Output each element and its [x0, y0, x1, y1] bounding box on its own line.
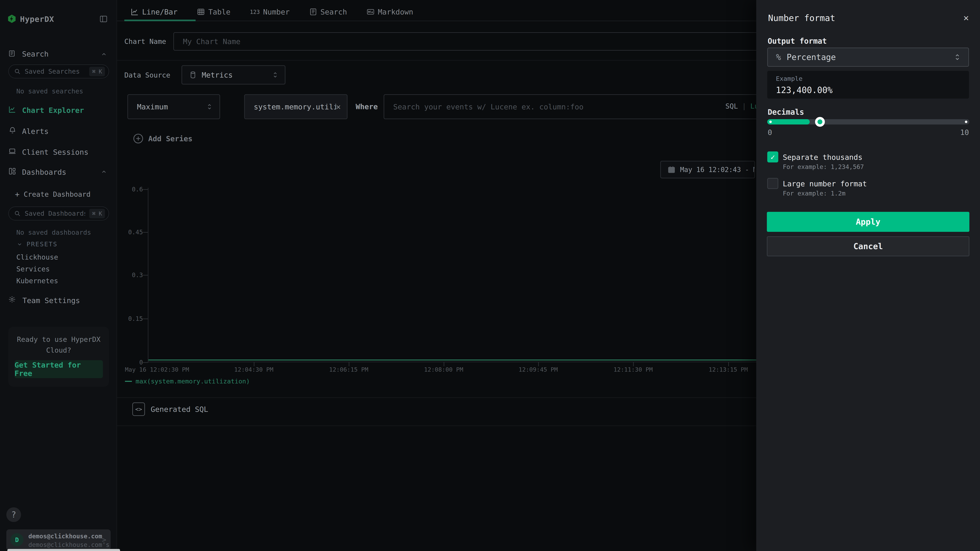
query-language-toggle[interactable]: SQL | Lu [725, 102, 759, 110]
checkbox-unchecked[interactable] [767, 178, 778, 189]
add-series-label: Add Series [148, 135, 192, 143]
caret-updown-icon [955, 52, 960, 62]
line-bar-chart-icon [130, 8, 139, 16]
date-range-picker[interactable]: May 16 12:02:43 - Ma [660, 161, 755, 178]
number-123-icon: 123 [250, 9, 260, 15]
output-format-select[interactable]: % Percentage [767, 48, 969, 67]
x-tick-label: 12:08:00 PM [413, 366, 474, 373]
tab-table[interactable]: Table [197, 8, 230, 16]
chevron-up-icon[interactable] [101, 169, 107, 175]
chevron-right-icon: > [102, 535, 107, 544]
tab-number[interactable]: 123 Number [250, 8, 290, 16]
saved-dashboards-input[interactable] [24, 210, 86, 218]
sidebar-item-chart-explorer[interactable]: Chart Explorer [22, 106, 84, 114]
search-list-icon [309, 8, 317, 16]
saved-searches-input[interactable] [24, 67, 86, 76]
generated-sql-label: Generated SQL [151, 405, 208, 413]
legend-line-swatch [125, 381, 132, 382]
apply-button[interactable]: Apply [767, 212, 969, 232]
create-dashboard-button[interactable]: + Create Dashboard [15, 190, 91, 199]
x-tick-label: 12:11:30 PM [603, 366, 664, 373]
example-label: Example [776, 75, 960, 82]
section-divider [117, 426, 756, 426]
y-tick [143, 232, 148, 233]
code-icon: <> [132, 402, 145, 416]
metric-field-chip[interactable]: system.memory.utiliza ✕ [244, 94, 347, 119]
saved-searches-search[interactable]: ⌘ K [8, 65, 109, 78]
slider-handle[interactable] [815, 117, 825, 127]
aggregation-value: Maximum [137, 103, 168, 111]
data-source-select[interactable]: Metrics [181, 65, 285, 84]
chart-explorer-icon [8, 105, 16, 113]
slider-min-label: 0 [768, 128, 772, 137]
number-format-panel: Number format ✕ Output format % Percenta… [756, 0, 980, 551]
remove-metric-icon[interactable]: ✕ [336, 102, 341, 111]
sidebar-item-search[interactable]: Search [22, 50, 49, 58]
add-series-button[interactable]: Add Series [132, 133, 192, 144]
shortcut-badge: ⌘ K [89, 67, 105, 76]
y-tick [143, 319, 148, 319]
search-icon [14, 68, 21, 75]
get-started-button[interactable]: Get Started for Free [14, 360, 103, 378]
cloud-promo-card: Ready to use HyperDX Cloud? Get Started … [8, 327, 109, 387]
y-tick-label: 0.3 [118, 272, 143, 279]
decimals-slider[interactable] [767, 119, 969, 124]
shortcut-badge: ⌘ K [89, 209, 105, 218]
x-tick [349, 362, 349, 366]
chevron-down-icon [17, 241, 22, 247]
output-format-label: Output format [768, 37, 827, 46]
generated-sql-toggle[interactable]: <> Generated SQL [132, 402, 208, 416]
tabbar-divider [117, 21, 756, 21]
calendar-icon [667, 165, 676, 174]
date-range-value: May 16 12:02:43 - Ma [680, 166, 755, 174]
presets-header[interactable]: PRESETS [17, 240, 57, 248]
tab-markdown[interactable]: Markdown [366, 8, 413, 16]
preset-item-kubernetes[interactable]: Kubernetes [16, 277, 58, 285]
tab-search[interactable]: Search [309, 8, 347, 16]
sidebar-item-client-sessions[interactable]: Client Sessions [22, 148, 88, 156]
tab-label: Number [263, 8, 290, 16]
no-saved-dashboards-note: No saved dashboards [16, 229, 91, 236]
close-icon[interactable]: ✕ [960, 12, 972, 23]
avatar: D [10, 533, 24, 546]
sidebar-item-dashboards[interactable]: Dashboards [22, 168, 66, 176]
separate-thousands-hint: For example: 1,234,567 [783, 163, 864, 170]
help-button[interactable]: ? [6, 507, 21, 522]
preset-item-clickhouse[interactable]: Clickhouse [16, 253, 58, 261]
sidebar-item-alerts[interactable]: Alerts [22, 127, 49, 135]
table-icon [197, 8, 205, 16]
chart-legend[interactable]: max(system.memory.utilization) [125, 378, 250, 385]
user-card[interactable]: D demos@clickhouse.com demos@clickhouse.… [6, 529, 111, 550]
caret-updown-icon [207, 103, 212, 111]
checkbox-checked[interactable]: ✓ [767, 151, 778, 162]
bell-icon [9, 127, 16, 134]
bottom-toast-edge [7, 549, 120, 551]
saved-dashboards-search[interactable]: ⌘ K [8, 206, 109, 221]
y-tick [143, 362, 148, 363]
aggregation-select[interactable]: Maximum [127, 94, 220, 119]
database-icon [189, 71, 197, 79]
y-tick-label: 0.6 [118, 186, 143, 193]
chevron-up-icon[interactable] [101, 51, 107, 57]
search-icon [14, 210, 21, 217]
cancel-button[interactable]: Cancel [767, 236, 969, 256]
x-tick-label: May 16 12:02:30 PM [125, 366, 189, 373]
cloud-promo-text: Ready to use HyperDX Cloud? [14, 334, 103, 356]
large-number-format-label: Large number format [783, 179, 867, 188]
large-number-format-hint: For example: 1.2m [783, 190, 845, 197]
example-value: 123,400.00% [776, 85, 960, 95]
output-format-value: Percentage [787, 52, 836, 62]
sidebar-item-team-settings[interactable]: Team Settings [22, 296, 80, 305]
sidebar: HyperDX Search ⌘ K No saved searches Cha… [0, 0, 117, 551]
y-tick-label: 0.15 [118, 315, 143, 322]
sql-mode-label[interactable]: SQL [725, 102, 738, 110]
caret-updown-icon [272, 71, 278, 79]
markdown-icon [366, 8, 375, 16]
user-subtitle: demos@clickhouse.com's [29, 541, 110, 548]
sidebar-collapse-icon[interactable] [99, 15, 108, 23]
metric-field-value: system.memory.utiliza [254, 103, 336, 111]
y-tick [143, 275, 148, 275]
preset-item-services[interactable]: Services [16, 265, 50, 273]
tab-line-bar[interactable]: Line/Bar [130, 8, 177, 16]
slider-min-mark [769, 121, 772, 123]
